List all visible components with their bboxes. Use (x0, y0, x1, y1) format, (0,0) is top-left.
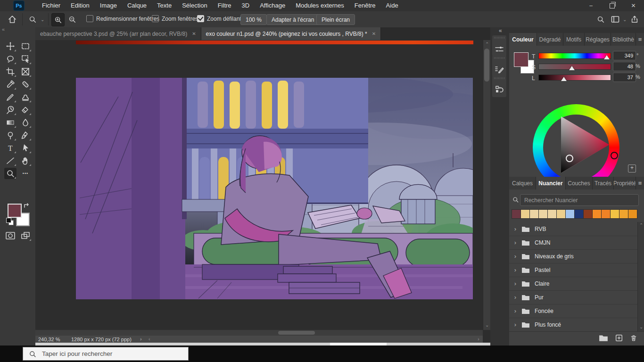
canvas-artwork[interactable] (76, 78, 473, 299)
share-button[interactable] (629, 14, 640, 25)
menu-texte[interactable]: Texte (152, 0, 177, 11)
clone-stamp-tool[interactable] (19, 91, 32, 103)
eyedropper-tool[interactable] (4, 79, 17, 90)
panel-menu-icon[interactable]: ≡ (636, 33, 644, 46)
lightness-slider[interactable] (538, 74, 611, 81)
tab-motifs[interactable]: Motifs (563, 33, 585, 46)
tab-couleur[interactable]: Couleur (509, 33, 537, 46)
hue-slider-handle[interactable] (604, 55, 610, 59)
status-right-chevron-icon[interactable]: › (478, 336, 479, 342)
tab-traces[interactable]: Tracés (593, 177, 614, 189)
swatch[interactable] (619, 209, 628, 219)
saturation-slider[interactable] (538, 64, 611, 70)
workspace-chevron-icon[interactable]: ⌄ (623, 17, 627, 22)
swatch[interactable] (583, 209, 593, 219)
vertical-scrollbar[interactable]: ⌃ ⌄ (483, 40, 491, 330)
resize-windows-checkbox[interactable]: Redimensionner fenêtres (86, 15, 159, 22)
move-tool[interactable] (4, 41, 17, 52)
menu-calque[interactable]: Calque (122, 0, 152, 11)
swatch[interactable] (574, 209, 584, 219)
hue-value[interactable]: 349 (613, 51, 636, 60)
tab-reglages[interactable]: Réglages (585, 33, 611, 46)
screen-mode-button[interactable] (19, 230, 32, 241)
saturation-slider-handle[interactable] (569, 66, 575, 70)
history-brush-tool[interactable] (4, 104, 17, 115)
tab-propriete[interactable]: Propriété (614, 177, 636, 189)
search-button[interactable] (595, 14, 606, 25)
gradient-tool[interactable] (4, 117, 17, 128)
swatch[interactable] (520, 209, 530, 219)
swatch[interactable] (628, 209, 637, 219)
chevron-right-icon[interactable]: › (509, 321, 521, 328)
status-chevron-right-icon[interactable]: › (140, 336, 142, 342)
zoom-percentage[interactable]: 240,32 % (38, 337, 60, 342)
tab-couches[interactable]: Couches (566, 177, 593, 189)
restore-button[interactable] (602, 0, 623, 11)
menu-modules-externes[interactable]: Modules externes (290, 0, 349, 11)
chevron-right-icon[interactable]: › (509, 280, 521, 287)
object-selection-tool[interactable] (19, 53, 32, 65)
tab-calques[interactable]: Calques (509, 177, 536, 189)
new-swatch-icon[interactable] (615, 334, 623, 342)
dodge-tool[interactable] (4, 130, 17, 141)
swatch-group-foncee[interactable]: › Foncée (509, 304, 637, 318)
menu-filtre[interactable]: Filtre (213, 0, 237, 11)
swatch[interactable] (565, 209, 575, 219)
line-shape-tool[interactable] (4, 155, 17, 166)
swatch-group-claire[interactable]: › Claire (509, 277, 637, 291)
swap-colors-icon[interactable] (23, 203, 31, 210)
wheel-add-icon[interactable]: + (628, 165, 636, 173)
lasso-tool[interactable] (4, 53, 17, 65)
swatch[interactable] (592, 209, 602, 219)
swatch[interactable] (547, 209, 557, 219)
delete-trash-icon[interactable] (630, 334, 637, 342)
frame-tool[interactable] (19, 66, 32, 77)
scroll-down-icon[interactable]: ⌄ (485, 323, 489, 328)
crop-tool[interactable] (4, 66, 17, 77)
vertical-scroll-thumb[interactable] (484, 49, 489, 82)
document-tab-inactive[interactable]: ebauche perspective 3.psd @ 25% (arr pla… (35, 27, 201, 40)
foreground-color-swatch[interactable] (8, 204, 22, 218)
home-button[interactable] (7, 14, 18, 25)
current-tool-zoom[interactable] (26, 14, 39, 25)
tab-close-icon[interactable]: ✕ (372, 31, 376, 36)
swatch-list-scrollbar[interactable]: ⌃ ⌄ (637, 222, 644, 331)
zoom-tool[interactable] (4, 168, 17, 179)
default-colors-fg-icon[interactable] (6, 218, 11, 223)
zoom-out-button[interactable] (66, 13, 78, 25)
collapse-tools-icon[interactable]: « (2, 26, 5, 32)
menu-image[interactable]: Image (95, 0, 122, 11)
swatch-group-rvb[interactable]: › RVB (509, 222, 637, 236)
quick-mask-button[interactable] (4, 230, 17, 241)
chevron-right-icon[interactable]: › (509, 239, 521, 246)
swatch[interactable] (538, 209, 548, 219)
tool-preset-chevron-icon[interactable]: ⌄ (41, 17, 44, 22)
pen-tool[interactable] (19, 130, 32, 141)
swatch-group-pastel[interactable]: › Pastel (509, 263, 637, 277)
menu-selection[interactable]: Sélection (177, 0, 212, 11)
tab-bibliotheque[interactable]: Bibliothè (611, 33, 636, 46)
menu-aide[interactable]: Aide (381, 0, 404, 11)
marquee-tool[interactable] (19, 41, 32, 52)
menu-edition[interactable]: Edition (66, 0, 95, 11)
new-group-folder-icon[interactable] (599, 334, 608, 342)
zoom-in-button[interactable] (51, 13, 65, 26)
workspace-button[interactable] (609, 14, 621, 25)
hue-slider[interactable] (538, 53, 611, 59)
brush-tool[interactable] (4, 91, 17, 103)
close-button[interactable]: ✕ (623, 0, 644, 11)
panel-menu-icon[interactable]: ≡ (636, 177, 644, 189)
blur-tool[interactable] (19, 117, 32, 128)
fill-screen-button[interactable]: Plein écran (316, 14, 355, 25)
foreground-color-chip[interactable] (514, 52, 528, 67)
menu-affichage[interactable]: Affichage (255, 0, 290, 11)
hand-tool[interactable] (19, 155, 32, 166)
swatch[interactable] (601, 209, 611, 219)
status-chevron-left-icon[interactable]: ‹ (149, 336, 150, 342)
triangle-selector[interactable] (566, 155, 573, 162)
lightness-value[interactable]: 37 (613, 73, 636, 82)
scroll-down-icon[interactable]: ⌄ (639, 325, 643, 329)
swatch[interactable] (610, 209, 619, 219)
menu-fichier[interactable]: Fichier (37, 0, 66, 11)
minimize-button[interactable]: – (580, 0, 602, 11)
